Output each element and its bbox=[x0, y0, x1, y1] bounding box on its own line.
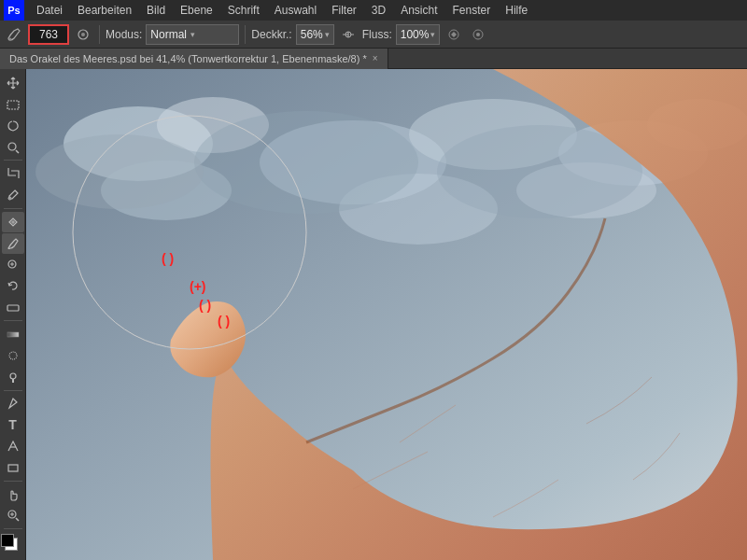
menu-auswahl[interactable]: Auswahl bbox=[268, 2, 323, 19]
divider-6 bbox=[4, 528, 22, 529]
tool-path-select[interactable] bbox=[2, 436, 24, 456]
document-tab[interactable]: Das Orakel des Meeres.psd bei 41,4% (Ton… bbox=[0, 49, 388, 69]
svg-point-14 bbox=[10, 373, 16, 379]
menubar: Ps Datei Bearbeiten Bild Ebene Schrift A… bbox=[0, 0, 747, 21]
tool-crop[interactable] bbox=[2, 163, 24, 184]
tab-title: Das Orakel des Meeres.psd bei 41,4% (Ton… bbox=[9, 53, 367, 64]
tool-gradient[interactable] bbox=[2, 324, 24, 344]
tool-select-rect[interactable] bbox=[2, 94, 24, 115]
svg-point-29 bbox=[35, 134, 204, 209]
tablet-pressure-size[interactable] bbox=[468, 24, 488, 45]
tool-shape[interactable] bbox=[2, 457, 24, 478]
svg-rect-12 bbox=[7, 332, 19, 337]
tool-quick-select[interactable] bbox=[2, 137, 24, 158]
tool-lasso[interactable] bbox=[2, 116, 24, 136]
svg-point-6 bbox=[476, 33, 480, 36]
svg-text:(+): (+) bbox=[190, 279, 206, 294]
tool-move[interactable] bbox=[2, 73, 24, 93]
menu-fenster[interactable]: Fenster bbox=[446, 2, 498, 19]
ps-logo: Ps bbox=[4, 0, 24, 21]
tool-healing[interactable] bbox=[2, 212, 24, 232]
menu-3d[interactable]: 3D bbox=[365, 2, 392, 19]
tool-blur[interactable] bbox=[2, 345, 24, 366]
svg-rect-7 bbox=[7, 101, 19, 109]
flow-input[interactable]: 100% ▾ bbox=[396, 24, 441, 45]
svg-point-13 bbox=[9, 352, 17, 359]
svg-point-8 bbox=[8, 143, 16, 150]
divider-1 bbox=[4, 160, 22, 161]
color-foreground bbox=[1, 534, 14, 547]
tool-eyedropper[interactable] bbox=[2, 185, 24, 205]
color-picker[interactable] bbox=[1, 534, 25, 556]
tool-dodge[interactable] bbox=[2, 367, 24, 387]
tool-hand[interactable] bbox=[2, 484, 24, 505]
menu-datei[interactable]: Datei bbox=[30, 2, 69, 19]
menu-schrift[interactable]: Schrift bbox=[221, 2, 266, 19]
menu-hilfe[interactable]: Hilfe bbox=[499, 2, 534, 19]
brush-size-input[interactable]: 763 bbox=[28, 24, 69, 45]
menu-filter[interactable]: Filter bbox=[325, 2, 363, 19]
tab-bar: Das Orakel des Meeres.psd bei 41,4% (Ton… bbox=[0, 49, 747, 69]
divider-2 bbox=[4, 208, 22, 209]
svg-text:( ): ( ) bbox=[162, 251, 174, 266]
menu-ansicht[interactable]: Ansicht bbox=[394, 2, 444, 19]
menu-bearbeiten[interactable]: Bearbeiten bbox=[71, 2, 138, 19]
left-tools-panel: T bbox=[0, 69, 26, 560]
canvas-area[interactable]: ( ) (+) ( ) ( ) bbox=[26, 69, 747, 560]
tool-clone[interactable] bbox=[2, 255, 24, 275]
divider-4 bbox=[4, 390, 22, 391]
menu-ebene[interactable]: Ebene bbox=[174, 2, 219, 19]
mode-label: Modus: bbox=[106, 28, 142, 41]
svg-point-27 bbox=[194, 111, 418, 214]
options-toolbar: 763 Modus: Normal ▾ Deckkr.: 56% ▾ Fluss… bbox=[0, 21, 747, 49]
svg-text:( ): ( ) bbox=[199, 298, 211, 313]
separator-2 bbox=[245, 25, 246, 44]
separator-1 bbox=[99, 25, 100, 44]
mode-select[interactable]: Normal ▾ bbox=[146, 24, 239, 45]
svg-text:( ): ( ) bbox=[218, 314, 230, 329]
tab-close-button[interactable]: × bbox=[373, 53, 378, 63]
tool-pen[interactable] bbox=[2, 393, 24, 413]
tool-history[interactable] bbox=[2, 275, 24, 296]
opacity-input[interactable]: 56% ▾ bbox=[296, 24, 334, 45]
tablet-pressure-opacity[interactable] bbox=[444, 24, 464, 45]
divider-5 bbox=[4, 481, 22, 482]
tool-zoom[interactable] bbox=[2, 506, 24, 526]
svg-rect-11 bbox=[7, 305, 19, 311]
tool-eraser[interactable] bbox=[2, 297, 24, 317]
airbrush-toggle[interactable] bbox=[338, 24, 359, 45]
svg-point-2 bbox=[81, 33, 85, 36]
menu-bild[interactable]: Bild bbox=[140, 2, 172, 19]
svg-rect-15 bbox=[8, 465, 18, 471]
tool-type[interactable]: T bbox=[2, 414, 24, 435]
svg-point-0 bbox=[9, 37, 12, 40]
brush-tool-button[interactable] bbox=[4, 24, 24, 45]
flow-label: Fluss: bbox=[362, 28, 392, 41]
brush-preset-picker[interactable] bbox=[73, 24, 93, 45]
opacity-label: Deckkr.: bbox=[251, 28, 291, 41]
tool-brush[interactable] bbox=[2, 233, 24, 254]
divider-3 bbox=[4, 320, 22, 321]
